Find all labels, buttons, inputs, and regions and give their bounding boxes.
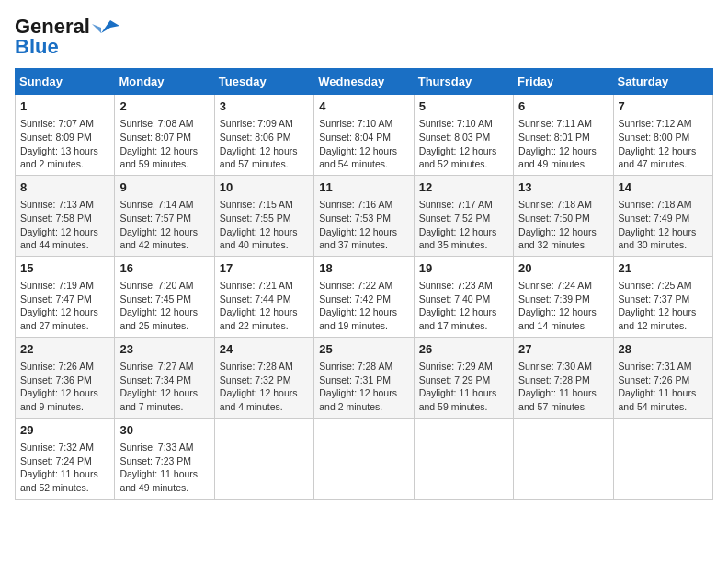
day-info: Sunrise: 7:28 AMSunset: 7:32 PMDaylight:… (220, 360, 309, 414)
calendar-cell: 13Sunrise: 7:18 AMSunset: 7:50 PMDayligh… (514, 175, 613, 256)
calendar-cell: 21Sunrise: 7:25 AMSunset: 7:37 PMDayligh… (613, 256, 712, 337)
day-number: 19 (419, 260, 508, 277)
svg-marker-0 (101, 20, 119, 33)
calendar-cell: 1Sunrise: 7:07 AMSunset: 8:09 PMDaylight… (16, 95, 115, 176)
calendar-cell: 12Sunrise: 7:17 AMSunset: 7:52 PMDayligh… (414, 175, 513, 256)
calendar-cell: 8Sunrise: 7:13 AMSunset: 7:58 PMDaylight… (16, 175, 115, 256)
day-info: Sunrise: 7:27 AMSunset: 7:34 PMDaylight:… (119, 360, 209, 414)
day-info: Sunrise: 7:26 AMSunset: 7:36 PMDaylight:… (20, 360, 109, 414)
day-info: Sunrise: 7:31 AMSunset: 7:26 PMDaylight:… (619, 360, 708, 414)
day-number: 4 (319, 98, 408, 115)
header-day-thursday: Thursday (414, 69, 513, 95)
calendar-table: SundayMondayTuesdayWednesdayThursdayFrid… (15, 68, 713, 500)
day-info: Sunrise: 7:32 AMSunset: 7:24 PMDaylight:… (20, 441, 109, 495)
calendar-cell: 26Sunrise: 7:29 AMSunset: 7:29 PMDayligh… (414, 337, 513, 418)
day-info: Sunrise: 7:13 AMSunset: 7:58 PMDaylight:… (20, 198, 109, 252)
calendar-cell: 22Sunrise: 7:26 AMSunset: 7:36 PMDayligh… (16, 337, 115, 418)
calendar-cell: 3Sunrise: 7:09 AMSunset: 8:06 PMDaylight… (214, 95, 313, 176)
header: General Blue (15, 15, 713, 59)
calendar-cell (414, 418, 513, 499)
calendar-cell (214, 418, 313, 499)
calendar-cell: 30Sunrise: 7:33 AMSunset: 7:23 PMDayligh… (115, 418, 214, 499)
calendar-cell: 7Sunrise: 7:12 AMSunset: 8:00 PMDaylight… (613, 95, 712, 176)
logo: General Blue (15, 15, 119, 59)
header-day-monday: Monday (115, 69, 214, 95)
calendar-cell: 5Sunrise: 7:10 AMSunset: 8:03 PMDaylight… (414, 95, 513, 176)
calendar-cell: 10Sunrise: 7:15 AMSunset: 7:55 PMDayligh… (214, 175, 313, 256)
calendar-cell: 2Sunrise: 7:08 AMSunset: 8:07 PMDaylight… (115, 95, 214, 176)
calendar-cell: 4Sunrise: 7:10 AMSunset: 8:04 PMDaylight… (314, 95, 414, 176)
day-info: Sunrise: 7:17 AMSunset: 7:52 PMDaylight:… (419, 198, 508, 252)
day-info: Sunrise: 7:10 AMSunset: 8:04 PMDaylight:… (319, 117, 408, 171)
day-number: 25 (319, 341, 408, 358)
header-day-friday: Friday (514, 69, 613, 95)
calendar-cell: 17Sunrise: 7:21 AMSunset: 7:44 PMDayligh… (214, 256, 313, 337)
day-info: Sunrise: 7:19 AMSunset: 7:47 PMDaylight:… (20, 279, 109, 333)
calendar-cell: 29Sunrise: 7:32 AMSunset: 7:24 PMDayligh… (16, 418, 115, 499)
calendar-cell: 6Sunrise: 7:11 AMSunset: 8:01 PMDaylight… (514, 95, 613, 176)
calendar-cell: 23Sunrise: 7:27 AMSunset: 7:34 PMDayligh… (115, 337, 214, 418)
day-number: 21 (619, 260, 708, 277)
calendar-cell: 27Sunrise: 7:30 AMSunset: 7:28 PMDayligh… (514, 337, 613, 418)
day-info: Sunrise: 7:08 AMSunset: 8:07 PMDaylight:… (119, 117, 209, 171)
calendar-week-3: 15Sunrise: 7:19 AMSunset: 7:47 PMDayligh… (16, 256, 713, 337)
day-number: 2 (119, 98, 209, 115)
day-info: Sunrise: 7:21 AMSunset: 7:44 PMDaylight:… (220, 279, 309, 333)
calendar-header-row: SundayMondayTuesdayWednesdayThursdayFrid… (16, 69, 713, 95)
calendar-cell: 11Sunrise: 7:16 AMSunset: 7:53 PMDayligh… (314, 175, 414, 256)
day-number: 8 (20, 179, 109, 196)
day-info: Sunrise: 7:18 AMSunset: 7:49 PMDaylight:… (619, 198, 708, 252)
day-info: Sunrise: 7:25 AMSunset: 7:37 PMDaylight:… (619, 279, 708, 333)
header-day-tuesday: Tuesday (214, 69, 313, 95)
day-number: 9 (119, 179, 209, 196)
calendar-cell (514, 418, 613, 499)
day-number: 17 (220, 260, 309, 277)
day-number: 23 (119, 341, 209, 358)
day-info: Sunrise: 7:14 AMSunset: 7:57 PMDaylight:… (119, 198, 209, 252)
day-number: 30 (119, 422, 209, 439)
calendar-week-1: 1Sunrise: 7:07 AMSunset: 8:09 PMDaylight… (16, 95, 713, 176)
day-number: 16 (119, 260, 209, 277)
day-info: Sunrise: 7:30 AMSunset: 7:28 PMDaylight:… (518, 360, 608, 414)
day-number: 1 (20, 98, 109, 115)
day-info: Sunrise: 7:18 AMSunset: 7:50 PMDaylight:… (518, 198, 608, 252)
calendar-week-5: 29Sunrise: 7:32 AMSunset: 7:24 PMDayligh… (16, 418, 713, 499)
day-number: 14 (619, 179, 708, 196)
calendar-cell: 28Sunrise: 7:31 AMSunset: 7:26 PMDayligh… (613, 337, 712, 418)
day-info: Sunrise: 7:10 AMSunset: 8:03 PMDaylight:… (419, 117, 508, 171)
day-info: Sunrise: 7:15 AMSunset: 7:55 PMDaylight:… (220, 198, 309, 252)
calendar-cell: 18Sunrise: 7:22 AMSunset: 7:42 PMDayligh… (314, 256, 414, 337)
calendar-week-4: 22Sunrise: 7:26 AMSunset: 7:36 PMDayligh… (16, 337, 713, 418)
day-info: Sunrise: 7:28 AMSunset: 7:31 PMDaylight:… (319, 360, 408, 414)
day-info: Sunrise: 7:33 AMSunset: 7:23 PMDaylight:… (119, 441, 209, 495)
calendar-week-2: 8Sunrise: 7:13 AMSunset: 7:58 PMDaylight… (16, 175, 713, 256)
calendar-cell: 9Sunrise: 7:14 AMSunset: 7:57 PMDaylight… (115, 175, 214, 256)
calendar-cell: 25Sunrise: 7:28 AMSunset: 7:31 PMDayligh… (314, 337, 414, 418)
day-number: 29 (20, 422, 109, 439)
day-info: Sunrise: 7:16 AMSunset: 7:53 PMDaylight:… (319, 198, 408, 252)
day-number: 20 (518, 260, 608, 277)
day-number: 11 (319, 179, 408, 196)
day-number: 27 (518, 341, 608, 358)
day-info: Sunrise: 7:09 AMSunset: 8:06 PMDaylight:… (220, 117, 309, 171)
day-info: Sunrise: 7:23 AMSunset: 7:40 PMDaylight:… (419, 279, 508, 333)
calendar-cell: 20Sunrise: 7:24 AMSunset: 7:39 PMDayligh… (514, 256, 613, 337)
day-info: Sunrise: 7:12 AMSunset: 8:00 PMDaylight:… (619, 117, 708, 171)
day-number: 3 (220, 98, 309, 115)
calendar-cell: 24Sunrise: 7:28 AMSunset: 7:32 PMDayligh… (214, 337, 313, 418)
calendar-cell: 14Sunrise: 7:18 AMSunset: 7:49 PMDayligh… (613, 175, 712, 256)
day-number: 28 (619, 341, 708, 358)
day-number: 13 (518, 179, 608, 196)
day-number: 22 (20, 341, 109, 358)
day-number: 18 (319, 260, 408, 277)
day-number: 6 (518, 98, 608, 115)
day-number: 7 (619, 98, 708, 115)
header-day-saturday: Saturday (613, 69, 712, 95)
header-day-wednesday: Wednesday (314, 69, 414, 95)
calendar-cell: 16Sunrise: 7:20 AMSunset: 7:45 PMDayligh… (115, 256, 214, 337)
day-number: 24 (220, 341, 309, 358)
svg-marker-1 (92, 24, 101, 33)
calendar-cell: 19Sunrise: 7:23 AMSunset: 7:40 PMDayligh… (414, 256, 513, 337)
calendar-cell (314, 418, 414, 499)
header-day-sunday: Sunday (16, 69, 115, 95)
